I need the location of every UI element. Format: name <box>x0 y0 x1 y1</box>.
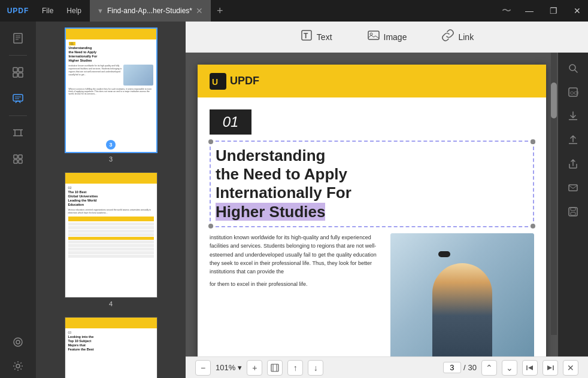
scroll-up-button[interactable]: ↑ <box>287 360 303 376</box>
svg-line-33 <box>575 70 577 72</box>
svg-rect-0 <box>14 33 22 43</box>
sidebar-divider-2 <box>9 115 27 116</box>
right-icon-save[interactable] <box>562 201 584 222</box>
text-tool-label: Text <box>317 32 332 42</box>
thumbnail-frame-5[interactable]: 03 Looking into theTop 10 SubjectMajors … <box>65 317 157 378</box>
svg-rect-18 <box>14 160 17 163</box>
sidebar-icon-edit[interactable] <box>6 60 30 84</box>
titlebar: UPDF File Help ▼ Find-and-Ap...her-Studi… <box>0 0 588 22</box>
sidebar-icon-organize[interactable] <box>6 147 30 171</box>
tab-icon: ▼ <box>97 7 104 14</box>
pdf-body-text2: for them to excel in their professional … <box>210 280 382 288</box>
thumbnail-item-4[interactable]: 02 The 10 BestGlobal UniversitiesLeading… <box>36 172 186 307</box>
page-input[interactable] <box>443 362 461 373</box>
thumbnail-frame-3[interactable]: 01 Understandingthe Need to ApplyInterna… <box>65 28 157 153</box>
svg-rect-7 <box>19 73 23 77</box>
pdf-page-header: U UPDF <box>198 65 546 97</box>
left-sidebar <box>0 22 36 378</box>
svg-rect-4 <box>13 68 17 72</box>
thumbnail-label-4: 4 <box>109 300 113 307</box>
add-tab-button[interactable]: + <box>211 5 229 17</box>
sidebar-icon-settings[interactable] <box>6 354 30 378</box>
page-controls: / 30 ⌃ ⌄ ✕ <box>443 360 578 376</box>
heading-line1: Understanding <box>216 147 528 165</box>
thumbnail-frame-4[interactable]: 02 The 10 BestGlobal UniversitiesLeading… <box>65 172 157 298</box>
thumbnail-item-3[interactable]: 01 Understandingthe Need to ApplyInterna… <box>36 28 186 163</box>
sidebar-icon-crop[interactable] <box>6 121 30 145</box>
thumbnail-label-3: 3 <box>109 156 113 163</box>
svg-rect-17 <box>19 155 22 158</box>
right-icon-search[interactable] <box>562 57 584 79</box>
zoom-out-icon: − <box>201 363 205 373</box>
zoom-level: 101% <box>216 363 235 372</box>
svg-rect-38 <box>569 185 577 191</box>
minimize-button[interactable]: — <box>519 0 540 22</box>
pdf-page: U UPDF 01 <box>198 65 546 356</box>
pdf-two-col: institution known worldwide for its high… <box>210 233 534 356</box>
app-logo: UPDF <box>0 7 36 15</box>
scrollbar-thumb[interactable] <box>551 83 557 118</box>
svg-text:OCR: OCR <box>570 90 578 96</box>
thumbnail-panel: 01 Understandingthe Need to ApplyInterna… <box>36 22 186 378</box>
corner-handle-br[interactable] <box>531 224 535 228</box>
app-name: UPDF <box>7 7 29 15</box>
pdf-page-body: 01 Understanding the Need to Apply Inter… <box>198 97 546 356</box>
help-menu[interactable]: Help <box>60 4 87 17</box>
link-tool-button[interactable]: Link <box>433 25 482 48</box>
fit-page-button[interactable] <box>267 360 283 376</box>
active-tab[interactable]: ▼ Find-and-Ap...her-Studies* ✕ <box>90 0 211 22</box>
image-tool-button[interactable]: Image <box>359 25 416 48</box>
page-next-button[interactable]: ⌄ <box>502 360 517 376</box>
right-icon-ocr[interactable]: OCR <box>562 81 584 103</box>
close-button[interactable]: ✕ <box>566 0 588 22</box>
top-toolbar: T Text Image Link <box>186 22 588 53</box>
zoom-in-button[interactable]: + <box>247 360 262 376</box>
corner-handle-bl[interactable] <box>208 224 213 228</box>
scroll-down-button[interactable]: ↓ <box>308 360 323 376</box>
sidebar-icon-ai[interactable] <box>6 330 30 354</box>
pdf-body-text: institution known worldwide for its high… <box>210 233 382 276</box>
svg-rect-39 <box>569 208 577 216</box>
right-icon-download[interactable] <box>562 105 584 127</box>
svg-rect-16 <box>14 155 17 158</box>
zoom-out-button[interactable]: − <box>195 360 211 376</box>
window-controls: 〜 — ❐ ✕ <box>497 0 588 22</box>
right-icon-upload[interactable] <box>562 129 584 151</box>
pdf-logo: U UPDF <box>210 73 259 90</box>
tab-close-button[interactable]: ✕ <box>196 6 203 16</box>
link-tool-label: Link <box>458 32 474 42</box>
tab-bar: ▼ Find-and-Ap...her-Studies* ✕ + <box>90 0 497 22</box>
sidebar-icon-page[interactable] <box>6 26 30 50</box>
svg-rect-41 <box>571 212 575 215</box>
zoom-controls: − 101% ▾ + ↑ ↓ <box>195 360 323 376</box>
svg-text:T: T <box>304 32 308 40</box>
page-badge-3: 3 <box>106 140 116 150</box>
svg-rect-20 <box>14 338 22 346</box>
thumbnail-item-5[interactable]: 03 Looking into theTop 10 SubjectMajors … <box>36 317 186 378</box>
pdf-heading-block[interactable]: Understanding the Need to Apply Internat… <box>210 141 534 227</box>
text-tool-button[interactable]: T Text <box>292 25 341 48</box>
close-view-button[interactable]: ✕ <box>563 360 578 376</box>
page-prev-button[interactable]: ⌃ <box>481 360 497 376</box>
menu-bar: File Help <box>36 4 87 17</box>
page-separator: / <box>463 363 466 372</box>
pdf-photo <box>390 233 534 356</box>
right-icon-email[interactable] <box>562 177 584 199</box>
person-figure <box>432 263 492 356</box>
text-tool-icon: T <box>300 29 313 45</box>
page-first-button[interactable] <box>522 360 538 376</box>
maximize-button[interactable]: ❐ <box>542 0 564 22</box>
pdf-number: 01 <box>223 114 239 130</box>
right-icon-share[interactable] <box>562 153 584 175</box>
svg-point-22 <box>16 364 20 368</box>
zoom-display: 101% ▾ <box>216 363 242 372</box>
file-menu[interactable]: File <box>36 4 59 17</box>
sidebar-icon-comment[interactable] <box>6 87 30 111</box>
svg-rect-5 <box>19 68 23 72</box>
page-last-button[interactable] <box>542 360 558 376</box>
pdf-scroll-area[interactable]: U UPDF 01 <box>186 53 558 356</box>
corner-handle-tr[interactable] <box>531 139 535 144</box>
vertical-scrollbar[interactable] <box>551 53 557 335</box>
svg-rect-6 <box>13 73 17 77</box>
svg-rect-42 <box>271 364 278 371</box>
